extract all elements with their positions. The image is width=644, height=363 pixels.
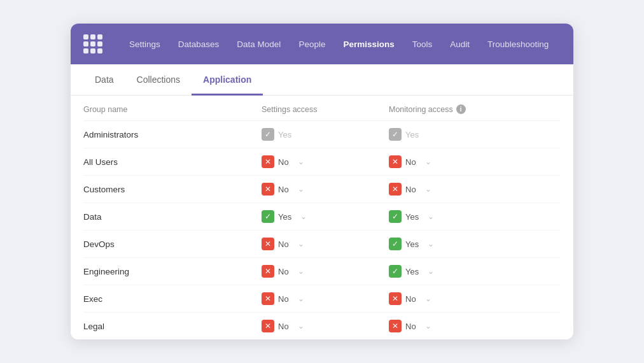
monitoring-label: No [405, 185, 416, 194]
monitoring-label: No [405, 322, 416, 331]
settings-check-icon: ✕ [262, 292, 274, 305]
settings-check-icon: ✓ [262, 128, 274, 141]
monitoring-dropdown-arrow[interactable]: ⌄ [425, 185, 431, 194]
group-name: Administrators [83, 130, 262, 139]
monitoring-check-icon: ✓ [389, 265, 402, 278]
settings-check-icon: ✕ [262, 183, 274, 196]
nav-item-audit[interactable]: Audit [441, 24, 479, 64]
group-name: Customers [83, 185, 262, 194]
settings-access-cell: ✕No⌄ [262, 320, 389, 332]
settings-label: No [278, 239, 289, 249]
nav-item-troubleshooting[interactable]: Troubleshooting [479, 24, 557, 64]
monitoring-access-cell: ✓Yes⌄ [389, 238, 561, 250]
settings-dropdown-arrow[interactable]: ⌄ [298, 267, 304, 276]
settings-dropdown-arrow[interactable]: ⌄ [300, 212, 307, 221]
table-body: Administrators✓Yes✓YesAll Users✕No⌄✕No⌄C… [83, 121, 561, 339]
monitoring-check-icon: ✕ [389, 155, 402, 168]
settings-dropdown-arrow[interactable]: ⌄ [298, 157, 304, 166]
settings-label: Yes [278, 212, 291, 222]
settings-access-cell: ✕No⌄ [262, 265, 389, 278]
monitoring-access-cell: ✕No⌄ [389, 155, 561, 168]
nav-item-permissions[interactable]: Permissions [334, 24, 403, 64]
monitoring-dropdown-arrow[interactable]: ⌄ [425, 157, 431, 166]
nav-item-databases[interactable]: Databases [169, 24, 228, 64]
monitoring-dropdown-arrow[interactable]: ⌄ [428, 212, 434, 221]
table-row: Customers✕No⌄✕No⌄ [83, 176, 561, 203]
settings-access-cell: ✕No⌄ [262, 155, 389, 168]
settings-access-cell: ✓Yes⌄ [262, 210, 389, 223]
monitoring-info-icon[interactable]: i [456, 104, 466, 114]
settings-access-cell: ✓Yes [262, 128, 389, 141]
settings-check-icon: ✕ [262, 265, 274, 278]
nav-items: SettingsDatabasesData ModelPeoplePermiss… [120, 24, 561, 64]
monitoring-label: No [405, 294, 416, 304]
monitoring-label: No [405, 157, 416, 167]
monitoring-access-cell: ✓Yes [389, 128, 561, 141]
group-name: Engineering [83, 267, 262, 276]
settings-check-icon: ✕ [262, 238, 274, 250]
table-header-row: Group name Settings access Monitoring ac… [83, 96, 561, 121]
app-container: SettingsDatabasesData ModelPeoplePermiss… [71, 24, 573, 339]
monitoring-access-cell: ✓Yes⌄ [389, 210, 561, 223]
monitoring-check-icon: ✓ [389, 128, 402, 141]
col-monitoring-header: Monitoring access i [389, 104, 561, 114]
monitoring-dropdown-arrow[interactable]: ⌄ [428, 239, 434, 248]
monitoring-check-icon: ✕ [389, 292, 402, 305]
settings-label: No [278, 294, 289, 304]
monitoring-dropdown-arrow[interactable]: ⌄ [425, 322, 431, 331]
table-row: Legal✕No⌄✕No⌄ [83, 313, 561, 339]
tab-application[interactable]: Application [192, 64, 263, 96]
settings-label: No [278, 157, 289, 167]
monitoring-access-cell: ✕No⌄ [389, 292, 561, 305]
group-name: Legal [83, 322, 262, 331]
monitoring-dropdown-arrow[interactable]: ⌄ [425, 294, 431, 303]
col-group-header: Group name [83, 105, 262, 114]
group-name: DevOps [83, 239, 262, 249]
settings-dropdown-arrow[interactable]: ⌄ [298, 239, 304, 248]
monitoring-access-cell: ✓Yes⌄ [389, 265, 561, 278]
settings-label: No [278, 185, 289, 194]
table-area: Group name Settings access Monitoring ac… [71, 96, 573, 339]
tab-collections[interactable]: Collections [125, 64, 192, 96]
settings-access-cell: ✕No⌄ [262, 292, 389, 305]
table-row: Data✓Yes⌄✓Yes⌄ [83, 203, 561, 231]
group-name: Data [83, 212, 262, 222]
monitoring-check-icon: ✕ [389, 183, 402, 196]
settings-label: Yes [278, 130, 291, 139]
group-name: All Users [83, 157, 262, 167]
nav-item-people[interactable]: People [290, 24, 334, 64]
table-row: Exec✕No⌄✕No⌄ [83, 285, 561, 313]
monitoring-dropdown-arrow[interactable]: ⌄ [428, 267, 434, 276]
tab-data[interactable]: Data [83, 64, 125, 96]
settings-dropdown-arrow[interactable]: ⌄ [298, 294, 304, 303]
table-row: All Users✕No⌄✕No⌄ [83, 148, 561, 176]
monitoring-access-cell: ✕No⌄ [389, 320, 561, 332]
settings-access-cell: ✕No⌄ [262, 238, 389, 250]
monitoring-check-icon: ✓ [389, 210, 402, 223]
nav-item-data-model[interactable]: Data Model [228, 24, 290, 64]
monitoring-label: Yes [405, 130, 419, 139]
group-name: Exec [83, 294, 262, 304]
col-settings-header: Settings access [262, 105, 389, 114]
monitoring-check-icon: ✓ [389, 238, 402, 250]
settings-label: No [278, 267, 289, 276]
monitoring-label: Yes [405, 212, 419, 222]
settings-access-cell: ✕No⌄ [262, 183, 389, 196]
table-row: Engineering✕No⌄✓Yes⌄ [83, 258, 561, 285]
monitoring-label: Yes [405, 239, 419, 249]
logo-icon [83, 34, 102, 53]
top-nav: SettingsDatabasesData ModelPeoplePermiss… [71, 24, 573, 64]
settings-check-icon: ✓ [262, 210, 274, 223]
table-row: DevOps✕No⌄✓Yes⌄ [83, 231, 561, 258]
settings-check-icon: ✕ [262, 155, 274, 168]
settings-label: No [278, 322, 289, 331]
monitoring-access-cell: ✕No⌄ [389, 183, 561, 196]
settings-dropdown-arrow[interactable]: ⌄ [298, 185, 304, 194]
table-row: Administrators✓Yes✓Yes [83, 121, 561, 148]
settings-check-icon: ✕ [262, 320, 274, 332]
nav-item-tools[interactable]: Tools [403, 24, 442, 64]
monitoring-check-icon: ✕ [389, 320, 402, 332]
nav-item-settings[interactable]: Settings [120, 24, 169, 64]
tabs-bar: DataCollectionsApplication [71, 64, 573, 96]
settings-dropdown-arrow[interactable]: ⌄ [298, 322, 304, 331]
